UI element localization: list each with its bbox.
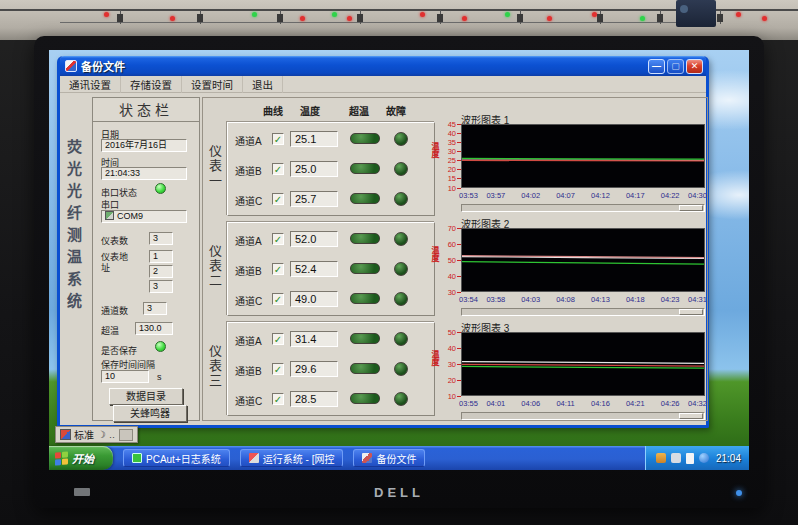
curve-checkbox[interactable]: ✓ (272, 363, 284, 375)
close-button[interactable]: ✕ (686, 59, 703, 74)
curve-checkbox[interactable]: ✓ (272, 233, 284, 245)
minimize-button[interactable]: — (648, 59, 665, 74)
channel-label: 通道C (235, 193, 262, 208)
app-icon-backup-file (362, 453, 372, 463)
serial-port-combo[interactable]: COM9 (101, 210, 187, 223)
window-content: 荧光光纤测温系统 状态栏 日期 2016年7月16日 时间 21:04:33 串… (60, 93, 706, 425)
instrument-addr-1[interactable]: 1 (149, 250, 173, 263)
y-tick-label: 35 (448, 138, 461, 147)
ime-softkeyboard-icon[interactable] (119, 429, 133, 441)
panel-led-red (762, 16, 767, 21)
curve-checkbox[interactable]: ✓ (272, 293, 284, 305)
tray-ime-icon[interactable] (671, 453, 681, 463)
time-value: 21:04:33 (101, 167, 187, 180)
tray-doc-icon[interactable] (686, 453, 694, 464)
x-tick-label: 04:02 (521, 191, 540, 200)
menu-comm-settings[interactable]: 通讯设置 (60, 76, 121, 93)
app-window: 备份文件 — ▢ ✕ 通讯设置 存储设置 设置时间 退出 荧光光纤测温系统 状态… (57, 56, 709, 428)
menu-set-time[interactable]: 设置时间 (182, 76, 243, 93)
data-directory-button[interactable]: 数据目录 (109, 388, 183, 405)
monitor-power-led[interactable] (736, 490, 742, 496)
fault-led (394, 262, 408, 276)
taskbar-button-backup-file[interactable]: 备份文件 (353, 449, 425, 467)
x-tick-label: 04:08 (556, 295, 575, 304)
ime-icon[interactable] (60, 429, 71, 440)
ime-punct-icon[interactable]: ‥ (109, 430, 116, 440)
taskbar-button-label: PCAut+日志系统 (146, 451, 221, 466)
instrument-1-label: 仪表一 (208, 144, 224, 189)
y-tick-label: 15 (448, 174, 461, 183)
scrollbar-thumb[interactable] (679, 205, 703, 211)
x-axis: 03:5403:5804:0304:0804:1304:1804:2304:31 (461, 294, 705, 304)
y-tick-label: 40 (448, 129, 461, 138)
taskbar-button-label: 运行系统 - [网控 (263, 451, 335, 466)
panel-led-red (736, 12, 741, 17)
y-tick-label: 20 (448, 165, 461, 174)
serial-port-value: COM9 (117, 211, 143, 221)
y-tick-label: 60 (448, 240, 461, 249)
panel-led-red (347, 16, 352, 21)
curve-checkbox[interactable]: ✓ (272, 133, 284, 145)
panel-led-red (547, 16, 552, 21)
panel-led-red (170, 16, 175, 21)
save-interval-value[interactable]: 10 (101, 370, 149, 383)
dell-logo: DELL (34, 485, 764, 500)
menu-storage-settings[interactable]: 存储设置 (121, 76, 182, 93)
ime-mode-label[interactable]: 标准 (74, 427, 94, 442)
windows-flag-icon (55, 451, 68, 465)
overtemp-led (350, 193, 380, 204)
dell-monitor: 备份文件 — ▢ ✕ 通讯设置 存储设置 设置时间 退出 荧光光纤测温系统 状态… (34, 36, 764, 508)
y-tick-label: 70 (448, 224, 461, 233)
chart-scrollbar[interactable] (461, 204, 705, 212)
overtemp-led (350, 363, 380, 374)
channel-count-label: 通道数 (101, 304, 128, 317)
channel-label: 通道B (235, 163, 262, 178)
fault-led (394, 162, 408, 176)
series-line-通道B (462, 364, 704, 366)
curve-checkbox[interactable]: ✓ (272, 393, 284, 405)
window-titlebar[interactable]: 备份文件 — ▢ ✕ (60, 56, 706, 76)
date-value: 2016年7月16日 (101, 139, 187, 152)
scrollbar-thumb[interactable] (679, 309, 703, 315)
x-tick-label: 03:57 (486, 191, 505, 200)
app-icon-log-system (132, 453, 142, 463)
maximize-button[interactable]: ▢ (667, 59, 684, 74)
temperature-display: 31.4 (290, 331, 338, 347)
mimic-breaker-symbol (597, 14, 603, 22)
y-axis: 5040302010 (437, 332, 461, 396)
channel-label: 通道B (235, 363, 262, 378)
panel-led-green (505, 12, 510, 17)
channel-label: 通道B (235, 263, 262, 278)
scrollbar-thumb[interactable] (679, 413, 703, 419)
instrument-addr-3[interactable]: 3 (149, 280, 173, 293)
header-fault: 故障 (386, 103, 406, 118)
buzzer-off-button[interactable]: 关蜂鸣器 (113, 405, 187, 422)
curve-checkbox[interactable]: ✓ (272, 263, 284, 275)
overtemp-led (350, 393, 380, 404)
channel-label: 通道C (235, 293, 262, 308)
taskbar-button-log-system[interactable]: PCAut+日志系统 (123, 449, 230, 467)
channel-label: 通道A (235, 333, 262, 348)
overtemp-threshold-value: 130.0 (135, 322, 173, 335)
y-tick-label: 40 (448, 344, 461, 353)
curve-checkbox[interactable]: ✓ (272, 333, 284, 345)
app-icon (65, 60, 77, 72)
x-tick-label: 04:17 (626, 191, 645, 200)
ime-halfwidth-icon[interactable]: ☽ (97, 430, 106, 440)
overtemp-threshold-label: 超温 (101, 324, 119, 337)
plot-area (461, 332, 705, 396)
x-tick-label: 04:11 (556, 399, 574, 408)
channel-label: 通道C (235, 393, 262, 408)
tray-app-icon[interactable] (656, 453, 666, 463)
tray-network-icon[interactable] (699, 453, 709, 463)
chart-scrollbar[interactable] (461, 308, 705, 316)
x-tick-label: 03:54 (459, 295, 478, 304)
start-button[interactable]: 开始 (49, 446, 113, 470)
taskbar-button-run-system[interactable]: 运行系统 - [网控 (240, 449, 344, 467)
mimic-breaker-symbol (437, 14, 443, 22)
menu-exit[interactable]: 退出 (243, 76, 283, 93)
curve-checkbox[interactable]: ✓ (272, 163, 284, 175)
chart-scrollbar[interactable] (461, 412, 705, 420)
curve-checkbox[interactable]: ✓ (272, 193, 284, 205)
instrument-addr-2[interactable]: 2 (149, 265, 173, 278)
